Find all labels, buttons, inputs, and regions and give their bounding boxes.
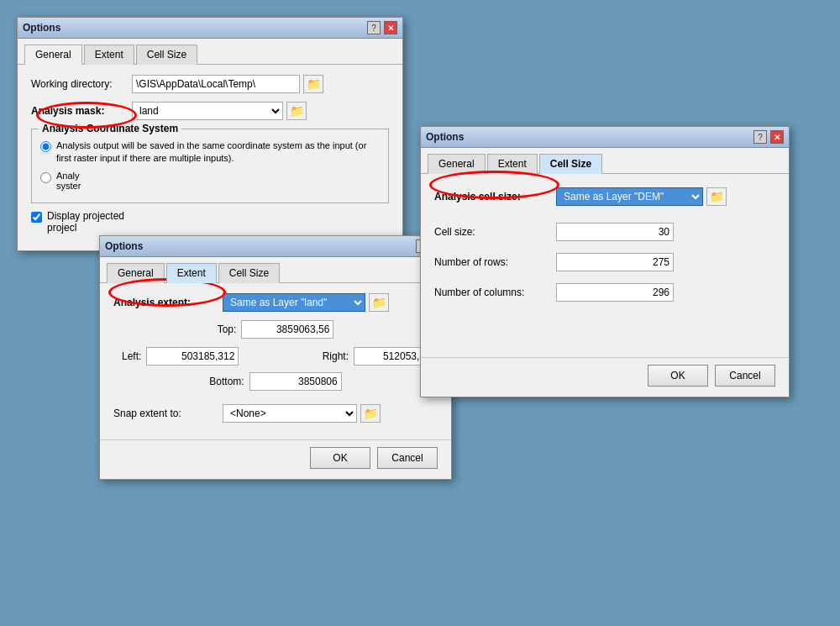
help-button-3[interactable]: ? [753, 130, 767, 144]
tab-general-3[interactable]: General [428, 154, 486, 174]
dialog-footer-2: OK Cancel [100, 439, 451, 479]
options-dialog-2: Options ? ✕ General Extent Cell Size Ana… [99, 235, 452, 480]
analysis-extent-row: Analysis extent: Same as Layer "land" 📁 [113, 293, 438, 312]
dialog-title-1: Options [23, 22, 60, 34]
tab-extent-1[interactable]: Extent [84, 45, 134, 65]
bottom-coord-row: Bottom: [113, 372, 438, 391]
dialog-content-1: Working directory: 📁 Analysis mask: land… [18, 65, 402, 250]
options-dialog-3: Options ? ✕ General Extent Cell Size Ana… [420, 126, 790, 397]
title-bar-buttons-3: ? ✕ [753, 130, 784, 144]
num-rows-row: Number of rows: [434, 253, 775, 271]
options-dialog-1: Options ? ✕ General Extent Cell Size Wor… [17, 17, 403, 251]
analysis-extent-label: Analysis extent: [113, 297, 223, 308]
leftright-coord-row: Left: Right: [122, 347, 429, 366]
dialog-footer-3: OK Cancel [421, 357, 789, 397]
tab-bar-3: General Extent Cell Size [421, 148, 789, 174]
tab-cellsize-1[interactable]: Cell Size [136, 45, 197, 65]
top-label: Top: [218, 324, 237, 335]
close-button-3[interactable]: ✕ [770, 130, 784, 144]
dialog-content-2: Analysis extent: Same as Layer "land" 📁 … [100, 283, 451, 433]
num-cols-label: Number of columns: [434, 287, 556, 298]
close-button-1[interactable]: ✕ [384, 21, 397, 34]
right-pair: Right: [323, 347, 429, 366]
radio-other-coord[interactable] [40, 172, 51, 183]
snap-extent-row: Snap extent to: <None> 📁 [113, 404, 438, 423]
tab-bar-1: General Extent Cell Size [18, 39, 402, 65]
radio-same-coord[interactable] [40, 141, 51, 152]
bottom-input[interactable] [249, 372, 342, 391]
analysis-mask-row: Analysis mask: land 📁 [31, 102, 389, 120]
tab-extent-3[interactable]: Extent [487, 154, 538, 174]
num-cols-input[interactable] [556, 283, 674, 302]
ok-button-3[interactable]: OK [648, 365, 708, 387]
tab-general-1[interactable]: General [24, 45, 82, 65]
dialog-title-3: Options [426, 131, 464, 143]
tab-extent-2[interactable]: Extent [166, 263, 217, 283]
tab-cellsize-2[interactable]: Cell Size [218, 263, 280, 283]
dialog-content-3: Analysis cell size: Same as Layer "DEM" … [421, 174, 789, 324]
right-input[interactable] [354, 347, 429, 366]
working-directory-folder-btn[interactable]: 📁 [303, 75, 323, 93]
display-checkbox-row: Display projectedprojecl [31, 210, 389, 234]
analysis-mask-folder-btn[interactable]: 📁 [286, 102, 307, 120]
left-pair: Left: [122, 347, 239, 366]
radio-2-text: Analysyster [56, 171, 81, 191]
analysis-extent-folder-btn[interactable]: 📁 [369, 293, 389, 312]
analysis-cellsize-dropdown[interactable]: Same as Layer "DEM" [556, 187, 703, 206]
analysis-extent-dropdown[interactable]: Same as Layer "land" [223, 293, 365, 312]
group-box-title: Analysis Coordinate System [39, 123, 181, 134]
help-button-1[interactable]: ? [367, 21, 381, 34]
title-bar-buttons-1: ? ✕ [367, 21, 397, 34]
left-label: Left: [122, 350, 141, 362]
radio-row-2: Analysyster [40, 171, 380, 191]
snap-extent-label: Snap extent to: [113, 408, 223, 419]
left-input[interactable] [146, 347, 239, 366]
cell-size-label: Cell size: [434, 226, 556, 238]
top-section: Top: [218, 320, 334, 339]
dialog-title-2: Options [105, 240, 143, 252]
cancel-button-2[interactable]: Cancel [377, 447, 438, 469]
analysis-mask-dropdown[interactable]: land [132, 102, 283, 120]
tab-bar-2: General Extent Cell Size [100, 257, 451, 283]
top-input[interactable] [241, 320, 333, 339]
ok-button-2[interactable]: OK [310, 447, 370, 469]
snap-extent-folder-btn[interactable]: 📁 [360, 404, 381, 423]
working-directory-label: Working directory: [31, 78, 132, 90]
top-coord-row: Top: [113, 320, 438, 339]
analysis-cellsize-label: Analysis cell size: [434, 191, 556, 203]
num-rows-label: Number of rows: [434, 256, 556, 268]
title-bar-2: Options ? ✕ [100, 236, 451, 257]
bottom-section: Bottom: [209, 372, 341, 391]
analysis-mask-label: Analysis mask: [31, 105, 132, 117]
num-cols-row: Number of columns: [434, 283, 775, 302]
display-checkbox[interactable] [31, 212, 42, 223]
num-rows-input[interactable] [556, 253, 674, 271]
snap-extent-dropdown[interactable]: <None> [223, 404, 357, 423]
radio-1-text: Analysis output will be saved in the sam… [56, 139, 380, 166]
cell-size-input[interactable] [556, 223, 674, 241]
cancel-button-3[interactable]: Cancel [715, 365, 775, 387]
display-label: Display projectedprojecl [47, 210, 124, 234]
cell-size-row: Cell size: [434, 223, 775, 241]
right-label: Right: [323, 350, 349, 362]
title-bar-1: Options ? ✕ [18, 18, 402, 39]
working-directory-row: Working directory: 📁 [31, 75, 389, 93]
tab-general-2[interactable]: General [107, 263, 165, 283]
title-bar-3: Options ? ✕ [421, 127, 789, 148]
radio-row-1: Analysis output will be saved in the sam… [40, 139, 380, 166]
bottom-label: Bottom: [209, 376, 244, 387]
analysis-cellsize-row: Analysis cell size: Same as Layer "DEM" … [434, 187, 775, 206]
analysis-cellsize-folder-btn[interactable]: 📁 [706, 187, 727, 206]
tab-cellsize-3[interactable]: Cell Size [539, 154, 602, 174]
coordinate-system-group: Analysis Coordinate System Analysis outp… [31, 129, 389, 203]
working-directory-input[interactable] [132, 75, 300, 93]
